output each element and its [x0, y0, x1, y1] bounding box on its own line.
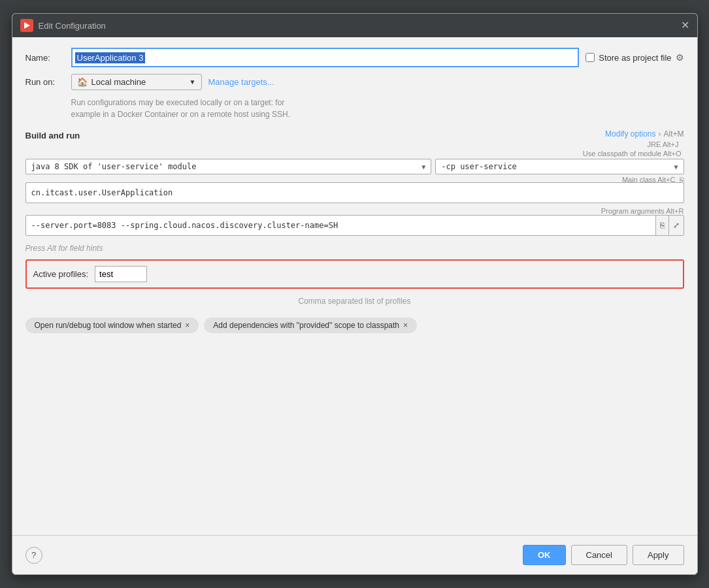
tag-open-run-debug-close[interactable]: × [185, 321, 190, 330]
program-args-row: ⎘ ⤢ [25, 215, 684, 236]
classpath-select[interactable]: -cp user-service ▼ [435, 159, 684, 174]
edit-configuration-dialog: Edit Configuration ✕ Name: UserApplicati… [12, 13, 698, 575]
info-line-1: Run configurations may be executed local… [71, 97, 684, 108]
tag-open-run-debug: Open run/debug tool window when started … [25, 318, 199, 333]
comma-hint: Comma separated list of profiles [25, 297, 684, 306]
build-run-title: Build and run [25, 131, 80, 140]
classpath-value: -cp user-service [441, 162, 517, 171]
run-on-dropdown[interactable]: 🏠 Local machine ▼ [71, 74, 202, 90]
chevron-down-icon: ▼ [190, 78, 196, 86]
store-project-file-label: Store as project file [599, 53, 671, 63]
java-sdk-select[interactable]: java 8 SDK of 'user-service' module ▼ [25, 159, 432, 174]
help-button[interactable]: ? [25, 547, 42, 564]
args-buttons: ⎘ ⤢ [655, 216, 684, 235]
name-input-container[interactable]: UserApplication 3 [71, 48, 580, 67]
modify-options-link[interactable]: Modify options › Alt+M [605, 129, 684, 139]
apply-button[interactable]: Apply [633, 545, 684, 565]
build-run-header: Build and run Modify options › Alt+M [25, 127, 684, 140]
use-classpath-hint: Use classpath of module Alt+O [583, 150, 682, 157]
program-args-hint: Program arguments Alt+R [601, 207, 684, 215]
gear-icon[interactable]: ⚙ [676, 52, 684, 63]
tag-add-dependencies-label: Add dependencies with "provided" scope t… [213, 321, 399, 330]
name-row: Name: UserApplication 3 Store as project… [25, 48, 684, 67]
close-button[interactable]: ✕ [681, 20, 689, 31]
jre-hint: JRE Alt+J [648, 140, 679, 148]
name-input-selected-text: UserApplication 3 [75, 52, 146, 63]
title-bar-left: Edit Configuration [20, 19, 106, 32]
expand-args-button[interactable]: ⤢ [669, 216, 684, 235]
program-args-hint-row: Program arguments Alt+R [25, 207, 684, 215]
active-profiles-label: Active profiles: [33, 269, 89, 279]
store-project-file-area: Store as project file ⚙ [585, 52, 684, 63]
cancel-button[interactable]: Cancel [571, 545, 627, 565]
info-line-2: example in a Docker Container or on a re… [71, 108, 684, 120]
machine-label: Local machine [91, 77, 146, 87]
store-project-file-checkbox[interactable] [585, 53, 595, 62]
dialog-title: Edit Configuration [39, 21, 106, 31]
active-profiles-input[interactable] [95, 266, 147, 282]
tag-open-run-debug-label: Open run/debug tool window when started [35, 321, 182, 330]
select-row: java 8 SDK of 'user-service' module ▼ -c… [25, 159, 684, 174]
tag-add-dependencies-close[interactable]: × [403, 321, 408, 330]
footer: ? OK Cancel Apply [12, 535, 697, 574]
modify-options-label: Modify options [605, 129, 655, 139]
build-run-section: Build and run Modify options › Alt+M JRE… [25, 127, 684, 236]
ok-button[interactable]: OK [523, 545, 566, 565]
machine-icon: 🏠 [77, 77, 88, 87]
press-alt-hint: Press Alt for field hints [25, 244, 684, 253]
copy-args-button[interactable]: ⎘ [656, 216, 669, 235]
main-class-row [25, 182, 684, 203]
tag-add-dependencies: Add dependencies with "provided" scope t… [204, 318, 417, 333]
active-profiles-container: Active profiles: [25, 259, 684, 289]
name-label: Name: [25, 53, 65, 63]
app-icon [20, 19, 33, 32]
use-classpath-hint-row: Use classpath of module Alt+O [25, 150, 684, 157]
manage-targets-link[interactable]: Manage targets... [208, 77, 274, 87]
title-bar: Edit Configuration ✕ [12, 14, 697, 37]
dialog-body: Name: UserApplication 3 Store as project… [12, 37, 697, 535]
main-class-input[interactable] [25, 182, 684, 203]
program-args-input[interactable] [26, 216, 655, 235]
modify-options-shortcut: Alt+M [663, 129, 684, 139]
run-on-label: Run on: [25, 77, 65, 87]
info-text: Run configurations may be executed local… [71, 97, 684, 120]
chevron-right-icon: › [658, 129, 661, 139]
java-sdk-value: java 8 SDK of 'user-service' module [31, 162, 197, 171]
name-input-wrapper: UserApplication 3 [71, 48, 580, 67]
footer-buttons: OK Cancel Apply [523, 545, 684, 565]
jre-hint-row: JRE Alt+J [25, 140, 684, 148]
tags-row: Open run/debug tool window when started … [25, 318, 684, 333]
classpath-arrow: ▼ [674, 163, 678, 171]
java-sdk-arrow: ▼ [421, 163, 425, 171]
run-on-row: Run on: 🏠 Local machine ▼ Manage targets… [25, 74, 684, 90]
